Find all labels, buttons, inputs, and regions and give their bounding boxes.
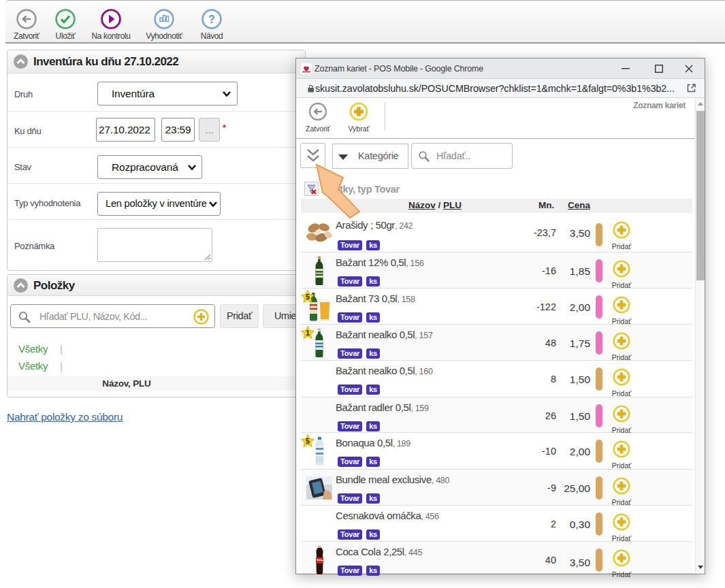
svg-text:1: 1 <box>306 329 310 337</box>
svg-text:?: ? <box>208 14 215 25</box>
svg-text:5: 5 <box>306 438 310 445</box>
svg-text:5: 5 <box>306 293 310 301</box>
